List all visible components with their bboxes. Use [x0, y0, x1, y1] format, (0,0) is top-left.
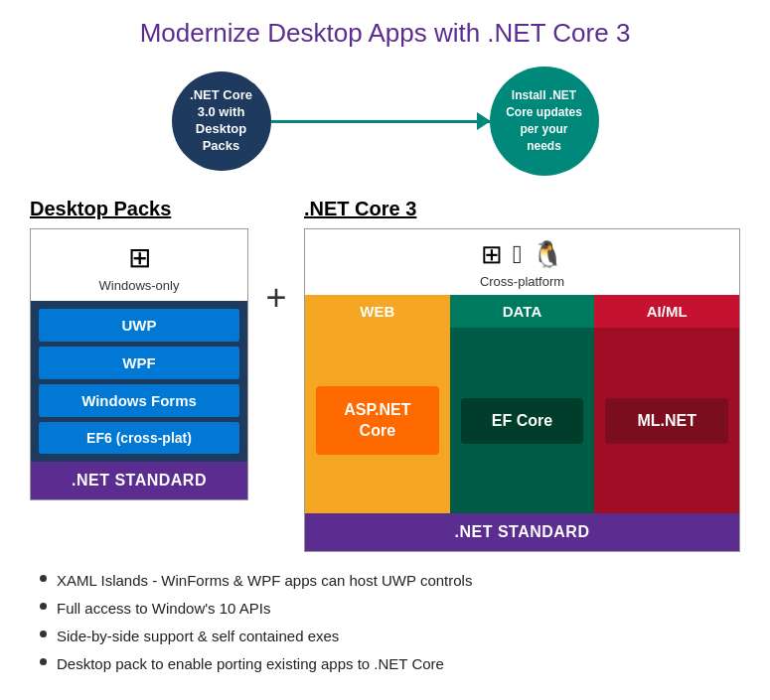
desktop-packs-box: ⊞ Windows-only UWP WPF Windows Forms EF6… — [30, 228, 248, 500]
top-diagram: .NET Core3.0 withDesktopPacks Install .N… — [30, 67, 740, 176]
ai-header: AI/ML — [594, 295, 739, 328]
bullet-text-4: Desktop pack to enable porting existing … — [57, 653, 444, 674]
bullet-3: Side-by-side support & self contained ex… — [40, 626, 740, 646]
nc-columns: WEB ASP.NETCore DATA EF Core AI/ML — [305, 295, 739, 513]
desktop-packs-header: Desktop Packs — [30, 198, 248, 220]
bullet-4: Desktop pack to enable porting existing … — [40, 653, 740, 674]
dotnet-core-header: .NET Core 3 — [304, 198, 740, 220]
ai-column: AI/ML ML.NET — [594, 295, 739, 513]
dotnet-core-box: ⊞  🐧 Cross-platform WEB ASP.NETCore DAT… — [304, 228, 740, 552]
page-title: Modernize Desktop Apps with .NET Core 3 — [30, 18, 740, 49]
web-header: WEB — [305, 295, 450, 328]
bullet-1: XAML Islands - WinForms & WPF apps can h… — [40, 570, 740, 591]
linux-icon: 🐧 — [532, 239, 563, 270]
windows-forms-item: Windows Forms — [39, 384, 239, 417]
data-column: DATA EF Core — [450, 295, 595, 513]
left-circle: .NET Core3.0 withDesktopPacks — [172, 71, 271, 171]
bullet-text-2: Full access to Window's 10 APIs — [57, 598, 270, 619]
bullet-list: XAML Islands - WinForms & WPF apps can h… — [30, 570, 740, 674]
wpf-item: WPF — [39, 347, 239, 379]
bullet-text-3: Side-by-side support & self contained ex… — [57, 626, 339, 646]
data-header: DATA — [450, 295, 595, 328]
web-body: ASP.NETCore — [305, 328, 450, 513]
windows-logo-icon: ⊞ — [128, 241, 151, 274]
uwp-item: UWP — [39, 309, 239, 342]
desktop-packs-items: UWP WPF Windows Forms EF6 (cross-plat) — [31, 301, 247, 462]
ef6-item: EF6 (cross-plat) — [39, 422, 239, 454]
net-standard-bar-right: .NET STANDARD — [305, 513, 739, 551]
bullet-dot-3 — [40, 630, 47, 637]
plus-sign: + — [248, 198, 304, 319]
apple-icon:  — [513, 239, 523, 270]
arrow-line — [271, 120, 490, 123]
dotnet-core-column: .NET Core 3 ⊞  🐧 Cross-platform WEB ASP… — [304, 198, 740, 552]
aspnet-chip: ASP.NETCore — [316, 386, 439, 456]
bullet-2: Full access to Window's 10 APIs — [40, 598, 740, 619]
mlnet-chip: ML.NET — [605, 398, 728, 444]
windows-icon: ⊞ — [481, 239, 503, 270]
bullet-dot-2 — [40, 603, 47, 610]
platform-icons: ⊞  🐧 — [481, 239, 564, 270]
main-diagram: Desktop Packs ⊞ Windows-only UWP WPF Win… — [30, 198, 740, 552]
cross-platform-section: ⊞  🐧 Cross-platform — [305, 229, 739, 295]
bullet-dot-1 — [40, 575, 47, 582]
bullet-dot-4 — [40, 658, 47, 665]
net-standard-bar-left: .NET STANDARD — [31, 462, 247, 499]
web-column: WEB ASP.NETCore — [305, 295, 450, 513]
data-body: EF Core — [450, 328, 595, 513]
cross-platform-label: Cross-platform — [480, 274, 564, 289]
desktop-packs-column: Desktop Packs ⊞ Windows-only UWP WPF Win… — [30, 198, 248, 500]
right-circle: Install .NETCore updatesper yourneeds — [490, 67, 599, 176]
bullet-text-1: XAML Islands - WinForms & WPF apps can h… — [57, 570, 472, 591]
efcore-chip: EF Core — [461, 398, 584, 444]
arrow — [271, 120, 490, 123]
windows-only-label: Windows-only — [99, 278, 180, 293]
ai-body: ML.NET — [594, 328, 739, 513]
windows-only-section: ⊞ Windows-only — [31, 229, 247, 301]
